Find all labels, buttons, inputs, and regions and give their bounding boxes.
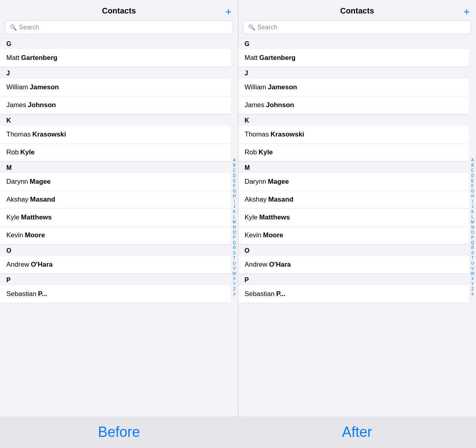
contact-row[interactable]: Kyle Matthews [238,209,469,227]
contact-row[interactable]: Sebastian P... [0,285,231,303]
alpha-letter[interactable]: F [470,183,474,188]
alpha-letter[interactable]: Q [470,240,475,245]
alpha-letter[interactable]: C [232,168,236,173]
alpha-letter[interactable]: S [470,250,475,256]
contact-first-name: Kyle [6,213,19,221]
alpha-letter[interactable]: K [470,209,475,214]
contact-last-name: Jameson [268,83,297,91]
alpha-letter[interactable]: H [470,194,475,199]
alpha-letter[interactable]: X [232,276,236,281]
contact-row[interactable]: Akshay Masand [238,191,469,209]
alpha-letter[interactable]: W [470,271,475,276]
alpha-letter[interactable]: B [232,163,236,168]
alpha-letter[interactable]: Q [232,240,237,245]
left-search-box[interactable]: 🔍 Search [5,20,233,35]
contact-row[interactable]: William Jameson [0,79,231,96]
contact-last-name: P... [38,290,47,298]
contact-row[interactable]: Darynn Magee [0,173,231,191]
alpha-letter[interactable]: Y [470,281,475,286]
before-label: Before [98,424,140,440]
contact-row[interactable]: Sebastian P... [238,285,469,303]
left-add-button[interactable]: + [225,6,231,17]
contact-row[interactable]: Andrew O'Hara [238,256,469,274]
alpha-letter[interactable]: B [470,163,475,168]
alpha-letter[interactable]: A [470,158,475,163]
alpha-letter[interactable]: O [232,230,237,235]
alpha-letter[interactable]: U [232,261,236,266]
alpha-letter[interactable]: A [232,158,236,163]
alpha-letter[interactable]: T [232,256,236,261]
contact-row[interactable]: Andrew O'Hara [0,256,231,274]
alpha-letter[interactable]: Z [232,286,236,292]
contact-first-name: Kevin [6,231,23,239]
contact-row[interactable]: William Jameson [238,79,469,96]
alphabet-index: ABCDEFGHIJKLMNOPQRSTUVWXYZ# [232,158,237,297]
alpha-letter[interactable]: F [232,183,236,188]
contact-last-name: Krasowski [32,131,66,138]
alpha-letter[interactable]: Z [470,286,474,292]
alpha-letter[interactable]: O [470,230,475,235]
alpha-letter[interactable]: L [232,214,236,219]
alpha-letter[interactable]: X [470,276,475,281]
alpha-letter[interactable]: D [232,173,236,178]
alpha-letter[interactable]: R [470,245,475,250]
right-search-box[interactable]: 🔍 Search [243,20,472,35]
alpha-letter[interactable]: M [232,219,237,225]
alpha-letter[interactable]: C [470,168,475,173]
alpha-letter[interactable]: W [232,271,237,276]
contact-row[interactable]: Matt Gartenberg [238,49,469,67]
section-header: K [0,114,231,126]
alpha-letter[interactable]: R [232,245,236,250]
alpha-letter[interactable]: N [470,225,475,230]
contact-first-name: Kyle [245,213,258,221]
alpha-letter[interactable]: N [232,225,236,230]
contact-row[interactable]: Rob Kyle [0,144,231,162]
contact-row[interactable]: Akshay Masand [0,191,231,209]
contact-row[interactable]: Kevin Moore [238,227,469,244]
contact-row[interactable]: Thomas Krasowski [0,126,231,144]
alpha-letter[interactable]: I [233,199,236,204]
after-label-container: After [238,416,476,448]
alpha-letter[interactable]: D [470,173,475,178]
contact-row[interactable]: Matt Gartenberg [0,49,231,67]
alpha-letter[interactable]: P [470,235,475,240]
alpha-letter[interactable]: H [232,194,236,199]
alpha-letter[interactable]: # [232,292,236,297]
right-add-button[interactable]: + [464,6,470,17]
alpha-letter[interactable]: J [471,204,474,209]
contact-row[interactable]: James Johnson [0,96,231,114]
section-j: JWilliam JamesonJames Johnson [238,67,469,114]
contact-row[interactable]: James Johnson [238,96,469,114]
alpha-letter[interactable]: L [470,214,474,219]
contact-row[interactable]: Thomas Krasowski [238,126,469,144]
alpha-letter[interactable]: I [471,199,474,204]
alpha-letter[interactable]: V [232,266,236,271]
alpha-letter[interactable]: G [232,188,237,194]
contact-first-name: Rob [245,148,257,156]
contact-row[interactable]: Darynn Magee [238,173,469,191]
alpha-letter[interactable]: S [232,250,236,256]
alpha-letter[interactable]: G [470,188,475,194]
alpha-letter[interactable]: # [470,292,474,297]
section-header: P [238,274,469,285]
alpha-letter[interactable]: M [470,219,475,225]
contact-row[interactable]: Kevin Moore [0,227,231,244]
contact-first-name: Thomas [6,131,31,138]
alpha-letter[interactable]: K [232,209,236,214]
alpha-letter[interactable]: U [470,261,475,266]
contact-last-name: Matthews [21,213,52,221]
contact-row[interactable]: Rob Kyle [238,144,469,162]
contact-first-name: William [6,83,28,91]
alpha-letter[interactable]: V [470,266,475,271]
contact-last-name: Kyle [259,148,273,156]
alpha-letter[interactable]: P [232,235,236,240]
left-panel: Contacts + 🔍 Search GMatt GartenbergJWil… [0,0,238,416]
alpha-letter[interactable]: J [232,204,236,209]
contact-row[interactable]: Kyle Matthews [0,209,231,227]
contact-last-name: O'Hara [31,261,53,269]
alpha-letter[interactable]: Y [232,281,236,286]
alpha-letter[interactable]: T [470,256,474,261]
alpha-letter[interactable]: E [470,178,475,183]
alpha-letter[interactable]: E [232,178,236,183]
section-p: PSebastian P... [0,274,231,303]
